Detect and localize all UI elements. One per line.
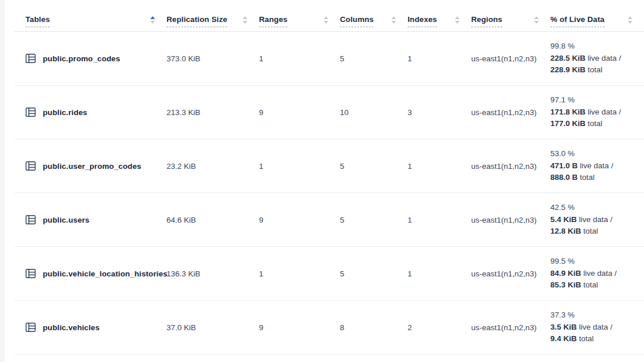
total-data-line: 888.0 B total — [550, 172, 595, 184]
table-name: public.users — [43, 216, 90, 224]
table-icon — [25, 107, 36, 117]
column-header-label: Replication Size — [166, 15, 227, 27]
column-header-label: % of Live Data — [550, 15, 605, 27]
replication-size-cell: 64.6 KiB — [166, 193, 259, 246]
indexes-cell: 3 — [408, 86, 471, 139]
indexes-cell: 1 — [408, 139, 471, 193]
ranges-cell: 1 — [259, 139, 340, 193]
indexes-cell: 2 — [408, 301, 471, 354]
page-gutter — [0, 0, 5, 362]
sort-arrows-icon[interactable] — [628, 16, 632, 24]
columns-cell: 8 — [340, 301, 408, 354]
sort-up-icon — [324, 16, 328, 19]
sort-up-icon — [628, 16, 632, 19]
table-icon — [25, 268, 36, 279]
live-data-cell: 53.0 % 471.0 B live data / 888.0 B total — [550, 139, 644, 193]
table-row[interactable]: public.rides 213.3 KiB 9 10 3 us-east1(n… — [14, 86, 644, 139]
tables-table: Tables Replication Size Ranges Columns I… — [14, 0, 644, 354]
table-icon — [25, 215, 36, 225]
table-name-cell[interactable]: public.rides — [14, 86, 166, 139]
replication-size-cell: 213.3 KiB — [166, 86, 259, 139]
live-data-cell: 37.3 % 3.5 KiB live data / 9.4 KiB total — [550, 301, 644, 354]
indexes-cell: 1 — [408, 193, 471, 246]
sort-down-icon — [628, 21, 632, 24]
ranges-cell: 9 — [259, 86, 340, 139]
total-data-line: 85.3 KiB total — [550, 279, 598, 291]
column-header-label: Ranges — [259, 15, 287, 27]
column-header--of-live-data[interactable]: % of Live Data — [550, 0, 644, 31]
table-name-cell[interactable]: public.user_promo_codes — [14, 139, 166, 193]
sort-arrows-icon[interactable] — [391, 16, 396, 24]
columns-cell: 10 — [340, 86, 408, 139]
sort-down-icon — [534, 21, 539, 24]
column-header-tables[interactable]: Tables — [14, 0, 166, 31]
sort-up-icon — [391, 16, 396, 19]
live-data-line: 228.5 KiB live data / — [550, 53, 621, 65]
live-data-percent: 42.5 % — [550, 202, 575, 214]
table-name: public.vehicles — [43, 323, 99, 332]
table-row[interactable]: public.promo_codes 373.0 KiB 1 5 1 us-ea… — [14, 32, 644, 86]
column-header-label: Columns — [340, 15, 373, 27]
sort-up-icon — [534, 16, 539, 19]
columns-cell: 5 — [340, 139, 408, 193]
live-data-cell: 42.5 % 5.4 KiB live data / 12.8 KiB tota… — [550, 193, 644, 246]
live-data-line: 5.4 KiB live data / — [550, 214, 612, 226]
ranges-cell: 9 — [259, 193, 340, 246]
live-data-line: 3.5 KiB live data / — [550, 322, 612, 334]
table-row[interactable]: public.user_promo_codes 23.2 KiB 1 5 1 u… — [14, 139, 644, 193]
ranges-cell: 1 — [259, 32, 340, 85]
sort-arrows-icon[interactable] — [455, 16, 460, 24]
live-data-line: 471.0 B live data / — [550, 160, 613, 172]
table-row[interactable]: public.users 64.6 KiB 9 5 1 us-east1(n1,… — [14, 193, 644, 247]
column-header-columns[interactable]: Columns — [340, 0, 408, 31]
live-data-line: 84.9 KiB live data / — [550, 268, 617, 280]
live-data-percent: 97.1 % — [550, 94, 575, 106]
table-name-cell[interactable]: public.vehicles — [14, 301, 166, 354]
replication-size-cell: 23.2 KiB — [166, 139, 259, 193]
live-data-line: 171.8 KiB live data / — [550, 106, 621, 119]
total-data-line: 177.0 KiB total — [550, 118, 602, 130]
sort-down-icon — [150, 21, 155, 24]
table-name-cell[interactable]: public.promo_codes — [14, 32, 166, 85]
regions-cell: us-east1(n1,n2,n3) — [471, 32, 550, 85]
replication-size-cell: 136.3 KiB — [166, 247, 259, 300]
table-name: public.promo_codes — [43, 54, 120, 63]
table-name-cell[interactable]: public.vehicle_location_histories — [14, 247, 166, 300]
replication-size-cell: 373.0 KiB — [166, 32, 259, 85]
column-header-ranges[interactable]: Ranges — [259, 0, 340, 31]
total-data-line: 228.9 KiB total — [550, 64, 602, 76]
indexes-cell: 1 — [408, 247, 471, 300]
regions-cell: us-east1(n1,n2,n3) — [471, 86, 550, 139]
table-name-cell[interactable]: public.users — [14, 193, 166, 246]
column-header-regions[interactable]: Regions — [471, 0, 550, 31]
regions-cell: us-east1(n1,n2,n3) — [471, 301, 550, 354]
columns-cell: 5 — [340, 32, 408, 85]
live-data-percent: 99.5 % — [550, 256, 575, 268]
live-data-cell: 99.8 % 228.5 KiB live data / 228.9 KiB t… — [550, 32, 644, 85]
columns-cell: 5 — [340, 247, 408, 300]
table-name: public.rides — [43, 108, 87, 117]
sort-arrows-icon[interactable] — [534, 16, 539, 24]
column-header-replication-size[interactable]: Replication Size — [166, 0, 259, 31]
live-data-cell: 99.5 % 84.9 KiB live data / 85.3 KiB tot… — [550, 247, 644, 300]
table-icon — [25, 322, 36, 333]
regions-cell: us-east1(n1,n2,n3) — [471, 193, 550, 246]
sort-arrows-icon[interactable] — [150, 16, 155, 24]
column-header-label: Regions — [471, 15, 502, 27]
sort-up-icon — [150, 16, 155, 19]
total-data-line: 12.8 KiB total — [550, 226, 598, 238]
total-data-line: 9.4 KiB total — [550, 333, 594, 345]
table-body: public.promo_codes 373.0 KiB 1 5 1 us-ea… — [14, 32, 644, 354]
regions-cell: us-east1(n1,n2,n3) — [471, 247, 550, 300]
live-data-percent: 37.3 % — [550, 309, 575, 322]
sort-up-icon — [243, 16, 247, 19]
sort-arrows-icon[interactable] — [324, 16, 328, 24]
column-header-label: Indexes — [408, 15, 437, 27]
live-data-percent: 99.8 % — [550, 40, 575, 53]
table-row[interactable]: public.vehicle_location_histories 136.3 … — [14, 247, 644, 301]
indexes-cell: 1 — [408, 32, 471, 85]
table-row[interactable]: public.vehicles 37.0 KiB 9 8 2 us-east1(… — [14, 301, 644, 354]
column-header-indexes[interactable]: Indexes — [408, 0, 471, 31]
sort-arrows-icon[interactable] — [243, 16, 247, 24]
table-icon — [25, 161, 36, 171]
